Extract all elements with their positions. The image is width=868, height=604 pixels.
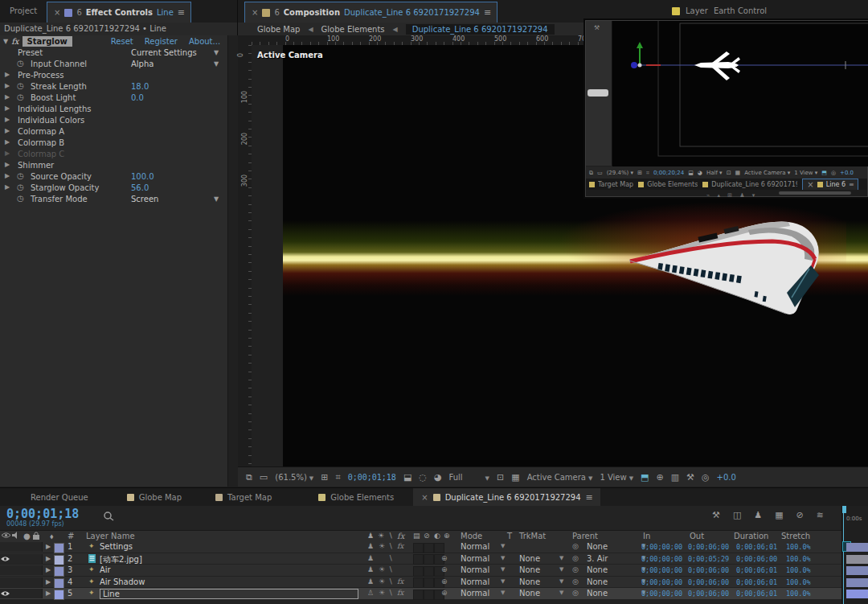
frame-blend-cell[interactable]	[413, 543, 424, 553]
region-of-interest-icon[interactable]: ⊡	[727, 170, 731, 176]
zoom-level-dropdown[interactable]: (61.5%)▼	[275, 473, 313, 482]
layer-expand-arrow[interactable]: ▶	[46, 578, 51, 586]
shy-switch-icon[interactable]: ♟	[367, 577, 374, 586]
panel-menu-icon[interactable]: ≡	[484, 7, 490, 18]
input-channel-dropdown[interactable]: Alpha	[131, 60, 154, 68]
camera-dropdown[interactable]: Active Camera▼	[527, 473, 593, 482]
pickwhip-icon[interactable]: ◎	[572, 589, 579, 597]
eye-toggle[interactable]	[0, 542, 11, 552]
effect-row-preset[interactable]: Preset Current Settings ▼	[0, 47, 227, 59]
layer-color-swatch[interactable]	[54, 566, 64, 577]
layer-row-settings[interactable]: ▶ 1 ✦ Settings ♟ ☀ ∖ fx Normal▼ ◎ None▼ …	[0, 541, 841, 553]
cti-flag[interactable]	[842, 506, 846, 513]
audio-toggle[interactable]	[10, 542, 22, 552]
trkmat-dropdown[interactable]: None	[519, 577, 540, 586]
frame-blend-cell[interactable]	[413, 577, 424, 588]
effect-register-link[interactable]: Register	[145, 37, 178, 46]
layer-window-hscrollbar[interactable]	[779, 191, 851, 195]
mask-visibility-icon[interactable]: ⌗	[646, 170, 649, 176]
mode-dropdown[interactable]: Normal	[461, 589, 489, 598]
layer-duration-bar[interactable]	[846, 543, 868, 552]
exposure-value[interactable]: +0.0	[840, 170, 854, 176]
duration-value[interactable]: 0;00;06;01	[736, 566, 777, 574]
quality-switch-icon[interactable]: ∖	[388, 589, 393, 597]
source-opacity-value[interactable]: 100.0	[131, 172, 154, 181]
3d-switch-icon[interactable]: ⊕	[444, 532, 450, 540]
eye-toggle[interactable]	[0, 577, 11, 587]
tab-globe-elements[interactable]: Globe Elements	[638, 181, 698, 188]
3d-switch-icon[interactable]: ⊕	[441, 565, 448, 573]
grid-guides-icon[interactable]: ⊞	[321, 472, 328, 483]
search-icon[interactable]	[103, 511, 116, 522]
mini-tool-icon[interactable]: ▾	[752, 192, 755, 199]
lock-toggle[interactable]	[31, 589, 43, 598]
collapse-switch-icon[interactable]: ☀	[379, 589, 385, 597]
panel-menu-icon[interactable]: ≡	[849, 181, 854, 188]
close-icon[interactable]: ×	[807, 180, 813, 189]
layer-duration-bar[interactable]	[846, 578, 868, 587]
mode-dropdown[interactable]: Normal	[461, 554, 489, 563]
solo-toggle[interactable]	[21, 565, 32, 575]
out-column[interactable]: Out	[690, 532, 704, 540]
magnification-icon[interactable]: ▭	[597, 170, 603, 176]
duration-column[interactable]: Duration	[734, 532, 768, 540]
layer-name[interactable]: Air Shadow	[100, 577, 145, 586]
twirl-right-icon[interactable]: ▶	[5, 138, 10, 146]
preview-timecode[interactable]: 0;00;20;24	[653, 170, 684, 176]
camera-dropdown[interactable]: Active Camera ▾	[744, 170, 790, 176]
collapse-switch-icon[interactable]: ☀	[379, 577, 385, 586]
fast-previews-icon[interactable]: ⊕	[656, 472, 663, 483]
adjustment-switch-icon[interactable]: ◐	[434, 532, 440, 540]
effect-row-boost-light[interactable]: ▶ ◷ Boost Light 0.0	[0, 92, 227, 104]
out-value[interactable]: 0;00;05;29	[688, 555, 729, 563]
in-value[interactable]: 0;00;00;00	[641, 566, 682, 574]
fx-switch-icon[interactable]: fx	[397, 589, 403, 597]
tab-globe-map[interactable]: Globe Map	[127, 493, 182, 502]
hide-shy-layers-icon[interactable]: ♟	[754, 510, 762, 520]
out-value[interactable]: 0;00;06;00	[688, 543, 729, 551]
chevron-down-icon[interactable]: ▼	[501, 578, 505, 585]
chevron-down-icon[interactable]: ▼	[214, 195, 219, 203]
lock-toggle[interactable]	[31, 565, 43, 575]
pickwhip-icon[interactable]: ◎	[572, 577, 579, 586]
mini-tool-icon[interactable]: ⌁	[706, 192, 710, 199]
collapse-switch-icon[interactable]: ☀	[379, 542, 385, 550]
frame-blend-switch-icon[interactable]: ▤	[413, 532, 420, 540]
tab-render-queue[interactable]: Render Queue	[31, 493, 88, 502]
3d-switch-icon[interactable]: ⊕	[441, 589, 448, 597]
reset-exposure-icon[interactable]: ◎	[702, 472, 710, 483]
chevron-down-icon[interactable]: ▼	[501, 543, 505, 549]
effect-reset-link[interactable]: Reset	[111, 37, 133, 46]
effect-row-streak-length[interactable]: ▶ ◷ Streak Length 18.0	[0, 81, 227, 92]
layer-duration-bar[interactable]	[846, 566, 868, 575]
zoom-level-dropdown[interactable]: (29.4%) ▾	[607, 170, 633, 176]
frame-blend-cell[interactable]	[413, 554, 424, 565]
eye-toggle[interactable]	[0, 554, 11, 564]
timeline-track-area[interactable]: 0:00s	[841, 506, 868, 604]
crumb-active-comp[interactable]: Duplicate_Line 6 6920171927294	[406, 24, 555, 35]
layer-duration-bar[interactable]	[846, 555, 868, 564]
tab-line6-active[interactable]: × Line 6 ≡	[802, 179, 858, 191]
stopwatch-icon[interactable]: ◷	[17, 59, 24, 68]
composition-mini-flowchart-icon[interactable]: ⚒	[712, 510, 720, 520]
comp-flowchart-icon[interactable]: ⚒	[686, 472, 694, 483]
stretch-value[interactable]: 100.0%	[786, 566, 811, 574]
boost-light-value[interactable]: 0.0	[131, 93, 144, 102]
pixel-aspect-icon[interactable]: ⬒	[641, 472, 649, 483]
tab-target-map[interactable]: Target Map	[589, 181, 633, 188]
mini-tool-icon[interactable]: ⊞	[727, 192, 732, 199]
lock-toggle[interactable]	[31, 542, 43, 552]
stretch-column[interactable]: Stretch	[781, 532, 810, 540]
lock-toggle[interactable]	[31, 577, 43, 587]
eye-toggle[interactable]	[0, 589, 11, 598]
reset-exposure-icon[interactable]: ◎	[831, 170, 836, 176]
collapse-switch-icon[interactable]: ☀	[379, 565, 385, 573]
stretch-value[interactable]: 100.0%	[786, 578, 811, 586]
motion-blur-switch-icon[interactable]: ⊘	[424, 532, 430, 540]
effect-row-source-opacity[interactable]: ▶ ◷ Source Opacity 100.0	[0, 171, 227, 183]
tab-globe-elements[interactable]: Globe Elements	[318, 493, 394, 502]
frame-blend-cell[interactable]	[413, 590, 424, 600]
shy-switch-icon[interactable]: ♙	[367, 589, 374, 597]
stopwatch-icon[interactable]: ◷	[17, 92, 24, 101]
parent-dropdown[interactable]: None	[587, 542, 608, 551]
